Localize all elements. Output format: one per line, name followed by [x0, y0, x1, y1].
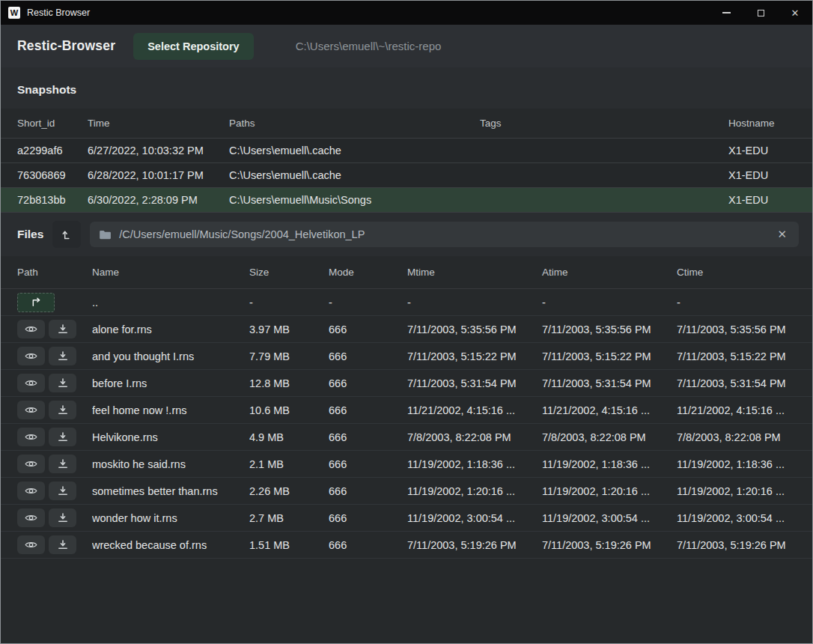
- file-atime: 7/8/2003, 8:22:08 PM: [542, 431, 677, 443]
- eye-icon: [25, 324, 37, 334]
- file-atime: 11/19/2002, 1:18:36 ...: [542, 458, 677, 470]
- file-mode: 666: [329, 404, 407, 416]
- clear-path-button[interactable]: ✕: [774, 226, 790, 243]
- files-table-header: Path Name Size Mode Mtime Atime Ctime: [1, 256, 812, 289]
- file-name: Helvikone.rns: [92, 431, 249, 443]
- file-mtime: 11/19/2002, 1:20:16 ...: [407, 485, 542, 497]
- file-row[interactable]: Helvikone.rns 4.9 MB 666 7/8/2003, 8:22:…: [1, 424, 812, 451]
- column-header-atime: Atime: [542, 267, 677, 278]
- close-button[interactable]: ✕: [778, 1, 812, 25]
- eye-icon: [25, 486, 37, 496]
- column-header-tags: Tags: [480, 118, 728, 129]
- eye-icon: [25, 405, 37, 415]
- file-mode: 666: [329, 512, 407, 524]
- file-mtime: -: [407, 297, 542, 309]
- file-name: and you thought I.rns: [92, 350, 249, 362]
- file-atime: 11/19/2002, 1:20:16 ...: [542, 485, 677, 497]
- file-size: 1.51 MB: [249, 539, 329, 551]
- snapshot-row[interactable]: a2299af6 6/27/2022, 10:03:32 PM C:\Users…: [1, 139, 812, 163]
- tree-view-toggle-button[interactable]: [52, 221, 81, 248]
- column-header-time: Time: [88, 118, 229, 129]
- file-size: 10.6 MB: [249, 404, 329, 416]
- repository-path[interactable]: C:\Users\emuell\~\restic-repo: [296, 40, 442, 52]
- column-header-short-id: Short_id: [17, 118, 88, 129]
- close-icon: ✕: [791, 7, 800, 19]
- go-up-button[interactable]: [17, 293, 55, 312]
- file-row[interactable]: wonder how it.rns 2.7 MB 666 11/19/2002,…: [1, 505, 812, 532]
- file-ctime: 7/11/2003, 5:31:54 PM: [677, 377, 812, 389]
- preview-file-button[interactable]: [17, 320, 45, 338]
- file-ctime: 11/19/2002, 3:00:54 ...: [677, 512, 812, 524]
- maximize-button[interactable]: [743, 1, 778, 25]
- file-row[interactable]: moskito he said.rns 2.1 MB 666 11/19/200…: [1, 451, 812, 478]
- download-file-button[interactable]: [49, 535, 76, 554]
- snapshot-paths: C:\Users\emuell\Music\Songs: [229, 194, 480, 206]
- snapshot-short-id: 76306869: [17, 169, 88, 181]
- download-file-button[interactable]: [49, 455, 76, 473]
- column-header-mtime: Mtime: [407, 267, 542, 278]
- file-atime: 11/21/2002, 4:15:16 ...: [542, 404, 677, 416]
- app-window: W Restic Browser ✕ Restic-Browser Select…: [0, 0, 813, 644]
- file-size: 3.97 MB: [249, 323, 329, 335]
- file-name: sometimes better than.rns: [92, 485, 249, 497]
- preview-file-button[interactable]: [17, 482, 45, 500]
- file-row[interactable]: sometimes better than.rns 2.26 MB 666 11…: [1, 478, 812, 505]
- file-mode: 666: [329, 377, 407, 389]
- app-logo-icon: W: [8, 7, 20, 19]
- column-header-size: Size: [249, 267, 329, 278]
- snapshot-hostname: X1-EDU: [728, 145, 812, 157]
- app-title: Restic-Browser: [17, 38, 115, 54]
- download-file-button[interactable]: [49, 482, 76, 500]
- file-mode: 666: [329, 458, 407, 470]
- file-mtime: 7/11/2003, 5:19:26 PM: [407, 539, 542, 551]
- preview-file-button[interactable]: [17, 535, 45, 554]
- download-icon: [58, 351, 68, 361]
- file-row[interactable]: before I.rns 12.8 MB 666 7/11/2003, 5:31…: [1, 370, 812, 397]
- snapshot-row-selected[interactable]: 72b813bb 6/30/2022, 2:28:09 PM C:\Users\…: [1, 188, 812, 213]
- download-file-button[interactable]: [49, 401, 76, 419]
- file-size: 4.9 MB: [249, 431, 329, 443]
- download-icon: [58, 324, 68, 334]
- column-header-mode: Mode: [329, 267, 407, 278]
- current-path-input[interactable]: /C/Users/emuell/Music/Songs/2004_Helveti…: [90, 222, 799, 247]
- return-arrow-icon: [31, 297, 42, 307]
- preview-file-button[interactable]: [17, 347, 45, 365]
- preview-file-button[interactable]: [17, 374, 45, 392]
- file-mtime: 7/8/2003, 8:22:08 PM: [407, 431, 542, 443]
- preview-file-button[interactable]: [17, 508, 45, 527]
- snapshots-heading: Snapshots: [1, 67, 812, 109]
- file-size: 7.79 MB: [249, 350, 329, 362]
- download-icon: [58, 405, 68, 415]
- preview-file-button[interactable]: [17, 428, 45, 446]
- file-row[interactable]: wrecked because of.rns 1.51 MB 666 7/11/…: [1, 532, 812, 559]
- minimize-button[interactable]: [709, 1, 743, 25]
- preview-file-button[interactable]: [17, 401, 45, 419]
- snapshot-time: 6/30/2022, 2:28:09 PM: [88, 194, 229, 206]
- download-icon: [58, 540, 68, 550]
- snapshot-short-id: 72b813bb: [17, 194, 88, 206]
- file-ctime: 11/19/2002, 1:20:16 ...: [677, 485, 812, 497]
- file-size: 12.8 MB: [249, 377, 329, 389]
- file-row[interactable]: alone for.rns 3.97 MB 666 7/11/2003, 5:3…: [1, 316, 812, 343]
- file-mtime: 7/11/2003, 5:35:56 PM: [407, 323, 542, 335]
- toolbar: Restic-Browser Select Repository C:\User…: [1, 25, 812, 67]
- download-file-button[interactable]: [49, 320, 76, 338]
- file-ctime: 7/11/2003, 5:15:22 PM: [677, 350, 812, 362]
- file-atime: -: [542, 297, 677, 309]
- download-file-button[interactable]: [49, 374, 76, 392]
- parent-directory-row[interactable]: .. - - - - -: [1, 289, 812, 316]
- eye-icon: [25, 378, 37, 388]
- download-file-button[interactable]: [49, 508, 76, 527]
- file-row[interactable]: feel home now !.rns 10.6 MB 666 11/21/20…: [1, 397, 812, 424]
- minimize-icon: [722, 12, 731, 13]
- file-row[interactable]: and you thought I.rns 7.79 MB 666 7/11/2…: [1, 343, 812, 370]
- snapshot-row[interactable]: 76306869 6/28/2022, 10:01:17 PM C:\Users…: [1, 163, 812, 188]
- download-icon: [58, 486, 68, 496]
- file-ctime: 7/8/2003, 8:22:08 PM: [677, 431, 812, 443]
- empty-area: [1, 559, 812, 643]
- download-file-button[interactable]: [49, 428, 76, 446]
- preview-file-button[interactable]: [17, 455, 45, 473]
- download-file-button[interactable]: [49, 347, 76, 365]
- select-repository-button[interactable]: Select Repository: [133, 33, 254, 60]
- snapshots-table-header: Short_id Time Paths Tags Hostname: [1, 109, 812, 139]
